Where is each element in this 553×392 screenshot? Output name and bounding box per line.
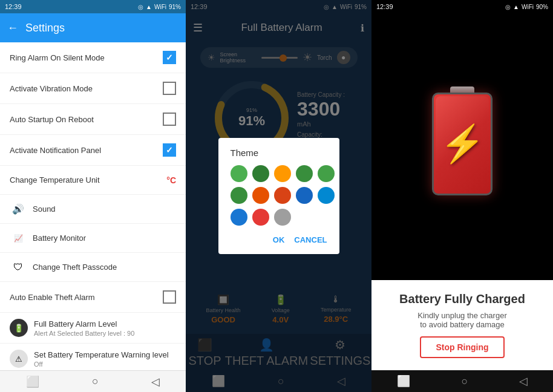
status-icons-3: ◎ ▲ WiFi 90% [505, 4, 548, 10]
time-3: 12:39 [376, 3, 393, 10]
battery-charged-panel: 12:39 ◎ ▲ WiFi 90% ⚡ Battery Fully Charg… [371, 0, 553, 392]
settings-item-notification[interactable]: Activate Notification Panel [0, 135, 186, 166]
nav-back-3[interactable]: ◁ [512, 372, 535, 390]
color-dot-8[interactable] [296, 187, 313, 204]
full-battery-sub: Alert At Selected Battery level : 90 [34, 330, 134, 337]
charged-card: Battery Fully Charged Kindly unplug the … [371, 280, 553, 370]
color-dot-7[interactable] [274, 187, 291, 204]
settings-item-theft-passcode[interactable]: 🛡 Change Theft Passcode [0, 253, 186, 282]
temp-unit-value: °C [166, 175, 176, 185]
color-dot-9[interactable] [318, 187, 335, 204]
status-icons-1: ◎ ▲ WiFi 91% [138, 4, 181, 10]
theme-modal-title: Theme [231, 148, 327, 158]
settings-panel: 12:39 ◎ ▲ WiFi 91% ← Settings Ring Alarm… [0, 0, 186, 392]
full-battery-title: Full Battery Alarm Level [34, 319, 134, 328]
nav-bar-1: ⬜ ○ ◁ [0, 370, 186, 392]
battery-alarm-icon: 🔋 [10, 319, 28, 337]
battery-monitor-label: Battery Monitor [33, 234, 176, 243]
color-dot-3[interactable] [296, 165, 313, 182]
settings-item-vibration[interactable]: Activate Vibration Mode [0, 73, 186, 104]
settings-item-sound[interactable]: 🔊 Sound [0, 195, 186, 224]
time-1: 12:39 [5, 3, 22, 10]
theme-modal: Theme OK CANCEL [218, 138, 339, 254]
nav-circle-3[interactable]: ○ [454, 373, 476, 390]
battery-temp-sub: Off [34, 361, 169, 368]
back-button[interactable]: ← [7, 22, 18, 34]
battery-bolt-icon: ⚡ [440, 122, 485, 165]
temp-unit-label: Change Temperature Unit [10, 175, 166, 185]
settings-header: ← Settings [0, 13, 186, 42]
theft-passcode-label: Change Theft Passcode [33, 263, 176, 272]
charged-subtitle: Kindly unplug the chargerto avoid batter… [417, 311, 506, 329]
color-dot-1[interactable] [252, 165, 269, 182]
theft-passcode-icon: 🛡 [10, 262, 27, 273]
color-dot-5[interactable] [231, 187, 247, 204]
color-dot-10[interactable] [231, 209, 247, 226]
notification-label: Activate Notification Panel [10, 146, 163, 155]
nav-back-1[interactable]: ◁ [144, 373, 167, 391]
color-dot-12[interactable] [274, 209, 291, 226]
sound-icon: 🔊 [10, 203, 27, 215]
settings-item-battery-temp[interactable]: ⚠ Set Battery Temperature Warning level … [0, 344, 186, 370]
theft-alarm-label: Auto Enable Theft Alarm [10, 293, 163, 302]
color-dot-6[interactable] [252, 187, 269, 204]
modal-ok-button[interactable]: OK [273, 235, 285, 244]
color-dot-11[interactable] [252, 209, 269, 226]
ring-alarm-label: Ring Alarm On Silent Mode [10, 53, 163, 62]
vibration-checkbox[interactable] [163, 82, 176, 95]
nav-square-1[interactable]: ⬜ [19, 373, 47, 391]
settings-list: Ring Alarm On Silent Mode Activate Vibra… [0, 42, 186, 370]
theme-color-grid [231, 165, 327, 226]
settings-item-auto-startup[interactable]: Auto Startup On Reboot [0, 104, 186, 135]
modal-cancel-button[interactable]: CANCEL [294, 235, 327, 244]
theft-alarm-checkbox[interactable] [163, 290, 176, 304]
sound-label: Sound [33, 204, 176, 214]
ring-alarm-checkbox[interactable] [163, 51, 176, 64]
full-battery-alarm-panel: 12:39 ◎ ▲ WiFi 91% ☰ Full Battery Alarm … [186, 0, 371, 392]
vibration-label: Activate Vibration Mode [10, 84, 163, 93]
theme-modal-overlay: Theme OK CANCEL [186, 0, 371, 392]
battery-top [450, 87, 474, 93]
battery-image-section: ⚡ [371, 13, 553, 280]
settings-item-ring-alarm[interactable]: Ring Alarm On Silent Mode [0, 42, 186, 73]
battery-monitor-icon: 📈 [10, 234, 27, 243]
settings-item-full-battery[interactable]: 🔋 Full Battery Alarm Level Alert At Sele… [0, 313, 186, 344]
modal-actions: OK CANCEL [231, 233, 327, 244]
settings-item-battery-monitor[interactable]: 📈 Battery Monitor [0, 224, 186, 253]
color-dot-2[interactable] [274, 165, 291, 182]
battery-visual: ⚡ [426, 87, 499, 207]
stop-ringing-button[interactable]: Stop Ringing [420, 336, 504, 358]
battery-temp-title: Set Battery Temperature Warning level [34, 350, 169, 359]
color-dot-0[interactable] [231, 165, 247, 182]
notification-checkbox[interactable] [163, 143, 176, 157]
battery-temp-icon: ⚠ [10, 350, 28, 368]
nav-circle-1[interactable]: ○ [85, 373, 106, 390]
nav-bar-3: ⬜ ○ ◁ [371, 370, 553, 392]
nav-square-3[interactable]: ⬜ [390, 372, 417, 390]
battery-body: ⚡ [432, 93, 492, 195]
charged-title: Battery Fully Charged [399, 292, 525, 306]
settings-item-temp-unit[interactable]: Change Temperature Unit °C [0, 166, 186, 195]
auto-startup-checkbox[interactable] [163, 113, 176, 126]
status-bar-1: 12:39 ◎ ▲ WiFi 91% [0, 0, 186, 13]
auto-startup-label: Auto Startup On Reboot [10, 115, 163, 124]
settings-title: Settings [25, 22, 65, 34]
status-bar-3: 12:39 ◎ ▲ WiFi 90% [371, 0, 553, 13]
color-dot-4[interactable] [318, 165, 335, 182]
settings-item-theft-alarm[interactable]: Auto Enable Theft Alarm [0, 282, 186, 313]
